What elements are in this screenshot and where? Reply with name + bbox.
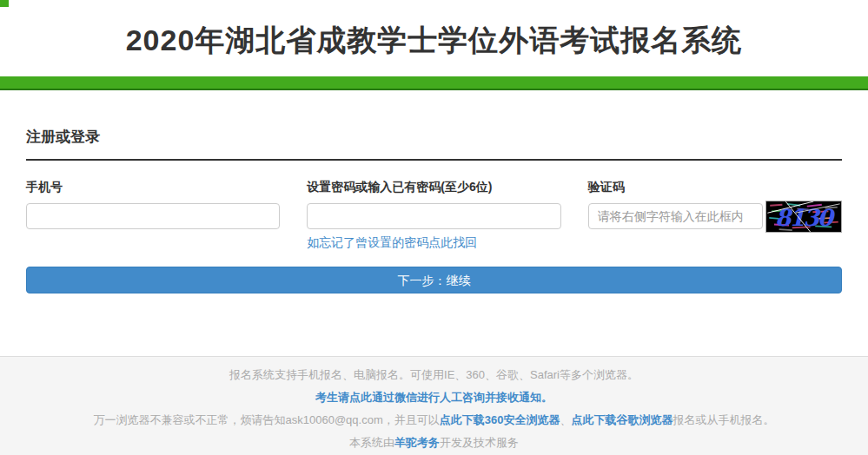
password-field-group: 设置密码或输入已有密码(至少6位) 如忘记了曾设置的密码点此找回: [307, 180, 560, 251]
phone-label: 手机号: [26, 180, 280, 195]
section-divider: [26, 159, 842, 161]
password-input[interactable]: [307, 203, 560, 229]
registration-form: 手机号 设置密码或输入已有密码(至少6位) 如忘记了曾设置的密码点此找回 验证码: [26, 180, 842, 251]
page-header: 2020年湖北省成教学士学位外语考试报名系统: [0, 0, 868, 76]
page-footer: 报名系统支持手机报名、电脑报名。可使用IE、360、谷歌、Safari等多个浏览…: [0, 356, 868, 455]
section-heading: 注册或登录: [26, 127, 842, 147]
corner-accent: [0, 0, 9, 7]
captcha-image[interactable]: 8130: [765, 201, 842, 233]
green-divider-bar: [0, 76, 868, 90]
next-step-button[interactable]: 下一步：继续: [26, 267, 842, 293]
captcha-input[interactable]: [588, 203, 763, 229]
wechat-consult-link[interactable]: 考生请点此通过微信进行人工咨询并接收通知。: [315, 391, 553, 404]
captcha-label: 验证码: [588, 180, 842, 195]
download-chrome-browser-link[interactable]: 点此下载谷歌浏览器: [571, 413, 673, 426]
download-360-browser-link[interactable]: 点此下载360安全浏览器: [440, 413, 560, 426]
page-title: 2020年湖北省成教学士学位外语考试报名系统: [0, 21, 868, 61]
forgot-password-link[interactable]: 如忘记了曾设置的密码点此找回: [307, 235, 477, 251]
footer-line3-text1: 万一浏览器不兼容或不正常，烦请告知ask10060@qq.com，并且可以: [94, 413, 440, 426]
captcha-field-group: 验证码: [588, 180, 842, 251]
footer-browser-note: 报名系统支持手机报名、电脑报名。可使用IE、360、谷歌、Safari等多个浏览…: [0, 364, 868, 386]
password-label: 设置密码或输入已有密码(至少6位): [307, 180, 560, 195]
phone-input[interactable]: [26, 203, 280, 229]
yangtuo-kaowu-link[interactable]: 羊驼考务: [394, 436, 440, 449]
phone-field-group: 手机号: [26, 180, 280, 251]
footer-credit-text2: 开发及技术服务: [440, 436, 519, 449]
footer-credit-text1: 本系统由: [349, 436, 394, 449]
footer-compatibility-note: 万一浏览器不兼容或不正常，烦请告知ask10060@qq.com，并且可以点此下…: [0, 409, 868, 432]
main-content: 注册或登录 手机号 设置密码或输入已有密码(至少6位) 如忘记了曾设置的密码点此…: [26, 127, 842, 293]
footer-line3-separator: 、: [560, 413, 571, 426]
captcha-row: 8130: [588, 203, 842, 233]
footer-credit: 本系统由羊驼考务开发及技术服务: [0, 432, 868, 454]
footer-line3-text2: 报名或从手机报名。: [673, 413, 774, 426]
